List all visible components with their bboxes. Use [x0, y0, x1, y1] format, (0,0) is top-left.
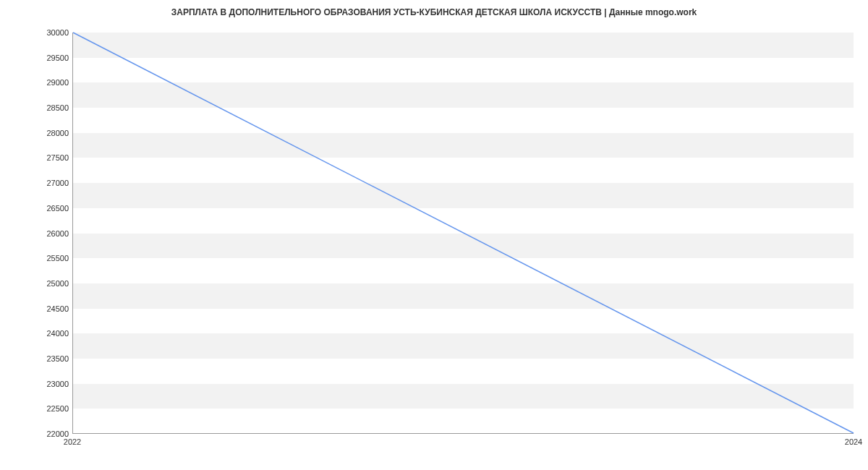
y-tick-label: 27500 — [4, 153, 69, 162]
y-tick-label: 30000 — [4, 28, 69, 37]
y-tick-label: 27000 — [4, 179, 69, 187]
plot-area — [72, 33, 854, 434]
chart-title: ЗАРПЛАТА В ДОПОЛНИТЕЛЬНОГО ОБРАЗОВАНИЯ У… — [0, 7, 868, 17]
y-tick-label: 25500 — [4, 254, 69, 262]
y-tick-label: 22000 — [4, 430, 69, 438]
y-tick-label: 26000 — [4, 229, 69, 238]
x-tick-label: 2022 — [64, 437, 81, 446]
y-tick-label: 29000 — [4, 78, 69, 87]
y-tick-label: 28000 — [4, 129, 69, 137]
chart-container: ЗАРПЛАТА В ДОПОЛНИТЕЛЬНОГО ОБРАЗОВАНИЯ У… — [0, 0, 868, 470]
y-tick-label: 24000 — [4, 329, 69, 338]
y-tick-label: 23500 — [4, 354, 69, 363]
y-tick-label: 26500 — [4, 204, 69, 213]
y-tick-label: 23000 — [4, 380, 69, 388]
y-tick-label: 25000 — [4, 279, 69, 288]
line-svg — [73, 33, 854, 433]
x-tick-label: 2024 — [845, 437, 862, 446]
y-tick-label: 28500 — [4, 103, 69, 112]
y-tick-label: 29500 — [4, 54, 69, 62]
data-line — [73, 33, 854, 433]
y-tick-label: 22500 — [4, 404, 69, 413]
y-tick-label: 24500 — [4, 304, 69, 313]
